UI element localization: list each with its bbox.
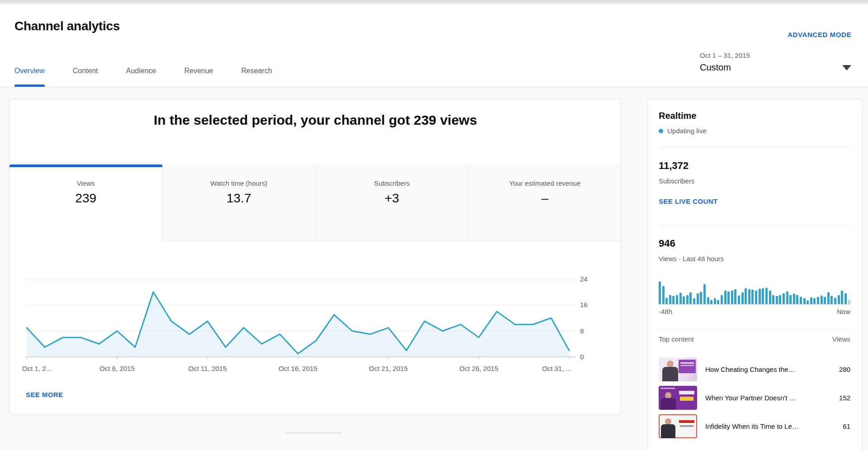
x-tick-label: Oct 1, 2... <box>22 365 52 372</box>
video-views: 152 <box>839 394 850 402</box>
tab-revenue[interactable]: Revenue <box>184 67 213 87</box>
metric-tab-band: Views239Watch time (hours)13.7Subscriber… <box>9 164 621 241</box>
realtime-bar <box>748 289 750 304</box>
video-thumbnail <box>659 414 697 438</box>
views-48h-bar-chart <box>659 279 850 305</box>
y-tick-label: 24 <box>580 275 598 283</box>
realtime-bar <box>721 295 723 304</box>
realtime-bar <box>751 290 754 304</box>
axis-end-label: Now <box>837 308 850 315</box>
x-axis-labels: Oct 1, 2...Oct 6, 2015Oct 11, 2015Oct 16… <box>9 365 621 374</box>
date-range-mode: Custom <box>700 62 858 73</box>
x-tick-label: Oct 21, 2015 <box>369 365 408 372</box>
metric-value: – <box>469 187 622 206</box>
metric-value: 13.7 <box>163 187 316 206</box>
divider <box>659 329 850 329</box>
video-views: 61 <box>843 422 850 430</box>
metric-label: Watch time (hours) <box>163 164 316 187</box>
realtime-bar <box>796 295 798 304</box>
realtime-bar <box>810 297 812 304</box>
video-thumbnail <box>659 386 697 410</box>
axis-start-label: -48h <box>659 308 672 315</box>
window-top-edge <box>0 0 868 5</box>
tab-audience[interactable]: Audience <box>126 67 156 87</box>
subscriber-label: Subscribers <box>659 177 694 185</box>
x-tick-label: Oct 11, 2015 <box>189 365 227 372</box>
realtime-bar <box>679 293 682 304</box>
x-tick-label: Oct 6, 2015 <box>99 365 135 372</box>
realtime-bar <box>710 300 712 304</box>
top-content-row[interactable]: When Your Partner Doesn't …152 <box>659 386 850 410</box>
realtime-bar <box>807 300 809 304</box>
metric-tab-watch-time-hours-[interactable]: Watch time (hours)13.7 <box>162 164 316 241</box>
realtime-bar <box>707 297 709 304</box>
realtime-bar <box>830 296 833 304</box>
date-range-picker[interactable]: Oct 1 – 31, 2015 Custom <box>700 48 858 84</box>
realtime-bar <box>844 293 847 304</box>
realtime-bar <box>717 300 719 304</box>
top-content-title: Top content <box>659 335 694 343</box>
realtime-bar <box>672 296 675 304</box>
realtime-bar <box>697 293 699 304</box>
realtime-bar <box>769 291 771 304</box>
top-content-row[interactable]: Infidelity When its Time to Le…61 <box>659 414 850 438</box>
advanced-mode-button[interactable]: ADVANCED MODE <box>788 31 851 38</box>
top-content-list: How Cheating Changes the…280When Your Pa… <box>659 357 850 443</box>
y-tick-label: 8 <box>580 327 598 335</box>
realtime-bar <box>731 291 733 304</box>
tab-content[interactable]: Content <box>73 67 98 87</box>
realtime-bar <box>793 294 795 304</box>
realtime-bar <box>772 295 774 304</box>
realtime-bar <box>700 292 702 304</box>
realtime-bar <box>714 298 716 304</box>
realtime-bar <box>662 286 665 304</box>
metric-tab-your-estimated-revenue[interactable]: Your estimated revenue– <box>468 164 622 241</box>
realtime-bar <box>693 298 695 304</box>
top-content-views-header: Views <box>832 335 850 343</box>
realtime-bar <box>759 289 761 304</box>
metric-tab-views[interactable]: Views239 <box>9 164 162 241</box>
bar-chart-time-axis: -48h Now <box>659 308 850 315</box>
x-tick-label: Oct 26, 2015 <box>459 365 498 372</box>
see-live-count-button[interactable]: SEE LIVE COUNT <box>659 197 718 205</box>
section-divider <box>286 432 342 433</box>
realtime-bar <box>741 292 744 304</box>
top-content-row[interactable]: How Cheating Changes the…280 <box>659 357 850 381</box>
realtime-bar <box>765 288 768 304</box>
analytics-header: Channel analytics ADVANCED MODE Overview… <box>0 5 868 87</box>
realtime-bar-current <box>848 300 850 304</box>
realtime-bar <box>803 298 806 304</box>
video-title: Infidelity When its Time to Le… <box>705 422 839 430</box>
video-title: When Your Partner Doesn't … <box>705 394 835 402</box>
realtime-bar <box>738 295 740 304</box>
channel-analytics-page: { "page": { "title": "Channel analytics"… <box>0 0 868 450</box>
summary-headline: In the selected period, your channel got… <box>9 112 621 128</box>
realtime-bar <box>776 296 778 304</box>
realtime-bar <box>724 291 726 304</box>
realtime-bar <box>755 291 757 304</box>
realtime-bar <box>838 295 840 304</box>
y-tick-label: 16 <box>580 301 598 309</box>
chevron-down-icon <box>842 65 851 70</box>
realtime-bar <box>789 295 792 304</box>
realtime-bar <box>689 292 692 304</box>
tab-overview[interactable]: Overview <box>14 67 45 87</box>
see-more-button[interactable]: SEE MORE <box>26 391 63 398</box>
realtime-bar <box>703 284 706 304</box>
x-tick-label: Oct 16, 2015 <box>278 365 317 372</box>
realtime-status: Updating live <box>659 127 707 135</box>
realtime-card: Realtime Updating live 11,372 Subscriber… <box>647 98 863 450</box>
realtime-bar <box>827 292 830 304</box>
tab-research[interactable]: Research <box>241 67 272 87</box>
realtime-bar <box>665 298 668 304</box>
realtime-bar <box>783 293 785 304</box>
realtime-bar <box>734 289 736 304</box>
realtime-bar <box>786 291 788 304</box>
realtime-bar <box>745 288 747 304</box>
realtime-bar <box>669 295 671 304</box>
realtime-title: Realtime <box>659 111 696 121</box>
analytics-tab-bar: OverviewContentAudienceRevenueResearch <box>14 67 272 87</box>
metric-tab-subscribers[interactable]: Subscribers+3 <box>315 164 468 241</box>
date-range-text: Oct 1 – 31, 2015 <box>700 52 858 59</box>
realtime-bar <box>817 297 819 304</box>
